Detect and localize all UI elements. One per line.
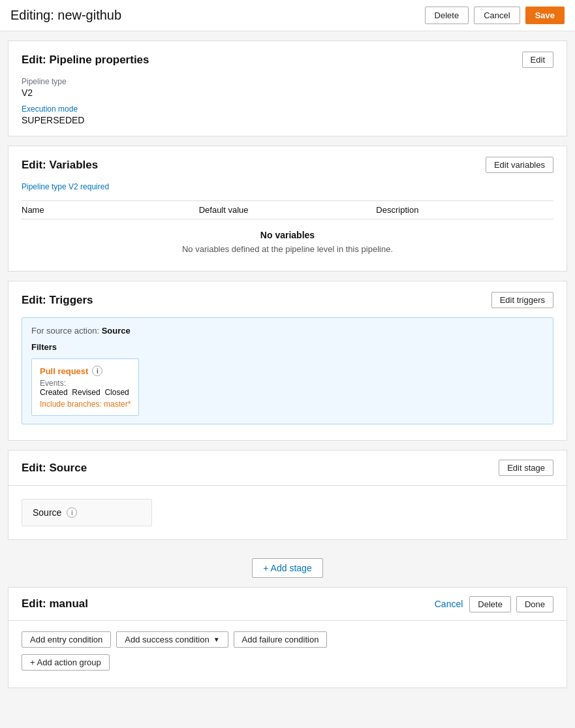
variables-section: Edit: Variables Edit variables Pipeline …: [8, 146, 567, 272]
source-stage-section: Edit: Source Edit stage Source i: [8, 450, 567, 540]
manual-delete-button[interactable]: Delete: [469, 596, 511, 612]
col-description: Description: [376, 205, 553, 215]
source-action-name: Source: [33, 507, 61, 518]
trigger-source-label: For source action: Source: [31, 326, 544, 336]
add-stage-button[interactable]: + Add stage: [252, 558, 322, 578]
page-header: Editing: new-github Delete Cancel Save: [0, 0, 575, 31]
cancel-button[interactable]: Cancel: [474, 7, 520, 24]
pipeline-properties-header: Edit: Pipeline properties Edit: [22, 52, 553, 68]
variables-header: Edit: Variables Edit variables: [22, 157, 553, 173]
source-stage-body: Source i: [8, 486, 567, 539]
pipeline-properties-title: Edit: Pipeline properties: [22, 54, 149, 67]
filter-item: Pull request i Events: Created Revised C…: [31, 358, 139, 416]
manual-stage-section: Edit: manual Cancel Delete Done Add entr…: [8, 587, 567, 688]
pipeline-type-value: V2: [22, 87, 553, 98]
execution-mode-value: SUPERSEDED: [22, 115, 553, 125]
manual-stage-actions: Cancel Delete Done: [433, 595, 553, 612]
manual-cancel-button[interactable]: Cancel: [433, 595, 465, 612]
no-vars-title: No variables: [22, 230, 553, 240]
triggers-title: Edit: Triggers: [22, 294, 93, 307]
col-default: Default value: [199, 205, 377, 215]
source-action-item: Source i: [22, 499, 152, 526]
header-actions: Delete Cancel Save: [425, 7, 565, 24]
page-title: Editing: new-github: [10, 8, 121, 23]
filters-label: Filters: [31, 342, 544, 352]
pipeline-properties-section: Edit: Pipeline properties Edit Pipeline …: [8, 40, 567, 136]
delete-button[interactable]: Delete: [425, 7, 469, 24]
col-name: Name: [22, 205, 199, 215]
save-button[interactable]: Save: [525, 7, 565, 24]
trigger-source-value: Source: [102, 326, 131, 336]
manual-stage-body: Add entry condition Add success conditio…: [8, 621, 567, 688]
pull-request-info-icon[interactable]: i: [92, 366, 102, 376]
include-branches: Include branches: master*: [40, 400, 131, 409]
manual-done-button[interactable]: Done: [516, 596, 553, 612]
manual-stage-title: Edit: manual: [22, 597, 88, 610]
pipeline-type-label: Pipeline type: [22, 77, 553, 86]
add-success-condition-button[interactable]: Add success condition ▼: [116, 631, 228, 648]
edit-variables-button[interactable]: Edit variables: [486, 157, 553, 173]
execution-mode-label: Execution mode: [22, 104, 553, 114]
filter-name: Pull request i: [40, 366, 131, 376]
triggers-header: Edit: Triggers Edit triggers: [22, 292, 553, 308]
source-info-icon[interactable]: i: [67, 507, 77, 518]
condition-row-1: Add entry condition Add success conditio…: [22, 631, 553, 648]
add-stage-container: + Add stage: [0, 549, 575, 587]
pipeline-type-note: Pipeline type V2 required: [22, 182, 553, 191]
add-action-group-button[interactable]: + Add action group: [22, 654, 110, 671]
add-failure-condition-button[interactable]: Add failure condition: [234, 631, 328, 648]
source-stage-title: Edit: Source: [22, 462, 87, 475]
triggers-section: Edit: Triggers Edit triggers For source …: [8, 281, 567, 441]
condition-row-2: + Add action group: [22, 654, 553, 671]
edit-stage-button[interactable]: Edit stage: [499, 460, 553, 476]
manual-stage-header: Edit: manual Cancel Delete Done: [8, 588, 567, 621]
edit-triggers-button[interactable]: Edit triggers: [491, 292, 553, 308]
events-values: Created Revised Closed: [40, 388, 131, 397]
success-condition-dropdown-arrow: ▼: [213, 636, 220, 643]
variables-title: Edit: Variables: [22, 159, 98, 172]
events-label: Events:: [40, 379, 131, 388]
add-stage-label: + Add stage: [263, 563, 311, 573]
pipeline-properties-edit-button[interactable]: Edit: [522, 52, 553, 68]
no-vars-desc: No variables defined at the pipeline lev…: [22, 244, 553, 254]
source-stage-header: Edit: Source Edit stage: [8, 451, 567, 486]
trigger-box: For source action: Source Filters Pull r…: [22, 317, 553, 424]
add-entry-condition-button[interactable]: Add entry condition: [22, 631, 111, 648]
variables-table-headers: Name Default value Description: [22, 200, 553, 219]
